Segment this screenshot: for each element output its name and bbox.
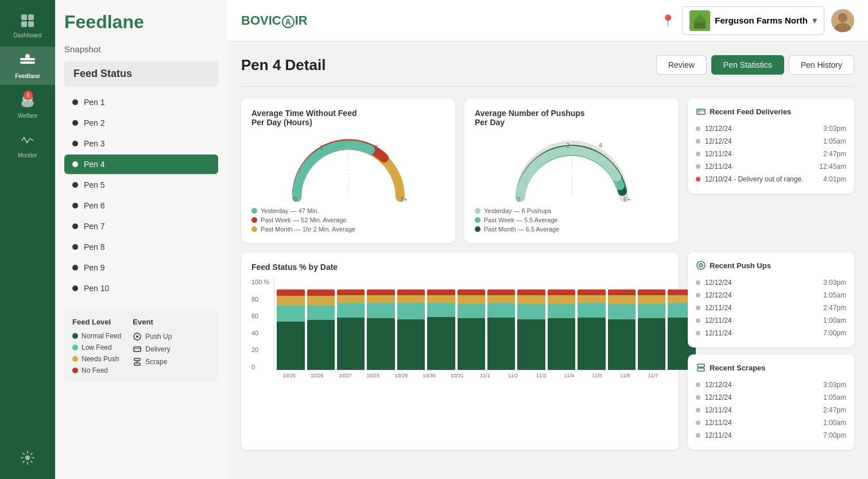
svg-text:0: 0 bbox=[293, 196, 297, 203]
sidebar-item-settings[interactable] bbox=[0, 445, 55, 472]
svg-rect-2 bbox=[21, 21, 27, 27]
farm-selector[interactable]: Ferguson Farms North ▾ bbox=[682, 6, 824, 35]
pen-history-button[interactable]: Pen History bbox=[789, 55, 854, 75]
pen-item-pen7[interactable]: Pen 7 bbox=[64, 217, 218, 236]
svg-rect-23 bbox=[694, 21, 706, 29]
pen-item-pen8[interactable]: Pen 8 bbox=[64, 237, 218, 257]
bar-item bbox=[608, 289, 636, 370]
top-nav: BOVICAIR 📍 Ferguson Farms North ▾ bbox=[227, 0, 868, 41]
legend-needs-push: Needs Push bbox=[72, 355, 121, 363]
sidebar: Dashboard Feedlane 5 Welfare bbox=[0, 0, 55, 479]
event-item: 12/12/24 1:05am bbox=[696, 391, 846, 404]
pen-item-pen2[interactable]: Pen 2 bbox=[64, 113, 218, 133]
x-label: 11/4 bbox=[556, 373, 582, 378]
bar-item bbox=[367, 289, 394, 370]
sidebar-item-dashboard[interactable]: Dashboard bbox=[0, 7, 55, 44]
bar-item bbox=[517, 289, 545, 370]
pen-item-pen4[interactable]: Pen 4 bbox=[64, 154, 218, 174]
recent-feed-deliveries-card: Recent Feed Deliveries 12/12/24 3:03pm 1… bbox=[688, 98, 854, 194]
welfare-badge: 5 bbox=[24, 91, 33, 100]
feed-status-header: Feed Status bbox=[64, 61, 218, 87]
svg-line-13 bbox=[30, 138, 33, 141]
pen-item-pen6[interactable]: Pen 6 bbox=[64, 196, 218, 215]
feed-level-title: Feed Level bbox=[72, 318, 121, 326]
legend-push-up: Push Up bbox=[133, 332, 172, 341]
gauge2-legend: Yesterday — 6 Pushups Past Week — 5.5 Av… bbox=[475, 207, 668, 233]
gauge1-title: Average Time Without FeedPer Day (Hours) bbox=[251, 109, 445, 127]
svg-rect-5 bbox=[20, 61, 35, 64]
svg-rect-17 bbox=[134, 347, 141, 351]
chevron-down-icon: ▾ bbox=[812, 16, 817, 26]
feedlane-icon bbox=[19, 52, 36, 69]
x-label: 10/25 bbox=[361, 373, 386, 378]
gauge-card-1: Average Time Without FeedPer Day (Hours) bbox=[241, 98, 455, 243]
pen-item-pen3[interactable]: Pen 3 bbox=[64, 134, 218, 153]
location-icon: 📍 bbox=[661, 14, 675, 28]
pen-statistics-button[interactable]: Pen Statistics bbox=[711, 55, 784, 75]
pen-item-pen1[interactable]: Pen 1 bbox=[64, 92, 218, 112]
right-bottom-panels: Recent Push Ups 12/12/24 3:03pm 12/12/24… bbox=[688, 252, 854, 450]
svg-point-44 bbox=[700, 265, 702, 266]
svg-rect-46 bbox=[698, 368, 704, 371]
event-item: 12/12/24 3:03pm bbox=[696, 122, 846, 135]
bar-item bbox=[548, 289, 575, 370]
feed-deliveries-title: Recent Feed Deliveries bbox=[696, 106, 846, 117]
svg-text:6+: 6+ bbox=[623, 196, 631, 203]
event-item: 12/11/24 2:47pm bbox=[696, 148, 846, 160]
event-item: 12/11/24 7:00pm bbox=[696, 327, 846, 339]
feedlane-title: Feedlane bbox=[64, 11, 218, 33]
sidebar-item-feedlane[interactable]: Feedlane bbox=[0, 47, 55, 85]
bar-item bbox=[427, 289, 455, 370]
review-button[interactable]: Review bbox=[656, 55, 707, 75]
user-avatar[interactable] bbox=[831, 9, 854, 32]
bar-chart-card: Feed Status % by Date 100 % 80 60 40 20 … bbox=[241, 252, 679, 450]
x-label: 11/2 bbox=[500, 373, 526, 378]
x-label: 11/6 bbox=[612, 373, 638, 378]
event-item: 12/12/24 3:03pm bbox=[696, 276, 846, 289]
legend-scrape: Scrape bbox=[133, 357, 172, 366]
legend-low-feed: Low Feed bbox=[72, 343, 121, 351]
x-label: 10/26 bbox=[304, 373, 330, 378]
sidebar-item-welfare[interactable]: 5 Welfare bbox=[0, 87, 55, 125]
page-divider bbox=[241, 86, 854, 87]
event-item: 12/11/24 2:47pm bbox=[696, 302, 846, 314]
gauge1-svg: 0 1 2 3+ bbox=[285, 134, 412, 203]
event-item: 12/11/24 12:45am bbox=[696, 160, 846, 173]
pushups-icon bbox=[696, 260, 706, 271]
event-item: 12/10/24 - Delivery out of range. 4:01pm bbox=[696, 173, 846, 186]
monitor-icon bbox=[20, 133, 36, 149]
pushups-title: Recent Push Ups bbox=[696, 260, 846, 271]
pen-item-pen5[interactable]: Pen 5 bbox=[64, 175, 218, 195]
event-item: 12/12/24 1:05am bbox=[696, 135, 846, 148]
pen-item-pen9[interactable]: Pen 9 bbox=[64, 258, 218, 277]
recent-scrapes-card: Recent Scrapes 12/12/24 3:03pm 12/12/24 … bbox=[688, 354, 854, 450]
svg-rect-45 bbox=[698, 364, 704, 367]
svg-point-16 bbox=[136, 335, 138, 338]
feed-deliveries-list: 12/12/24 3:03pm 12/12/24 1:05am 12/11/24… bbox=[696, 122, 846, 186]
feed-deliveries-icon bbox=[696, 106, 706, 117]
bar-item bbox=[277, 289, 304, 370]
bar-item bbox=[337, 289, 365, 370]
svg-text:2: 2 bbox=[374, 144, 378, 151]
page-actions: Review Pen Statistics Pen History bbox=[656, 55, 854, 75]
svg-point-26 bbox=[838, 13, 847, 22]
x-label: 10/30 bbox=[416, 373, 442, 378]
bar-item bbox=[487, 289, 515, 370]
pen-item-pen10[interactable]: Pen 10 bbox=[64, 279, 218, 298]
bar-chart-title: Feed Status % by Date bbox=[251, 262, 668, 272]
scrapes-title: Recent Scrapes bbox=[696, 362, 846, 373]
svg-line-11 bbox=[24, 137, 27, 143]
bar-item bbox=[458, 289, 485, 370]
event-item: 12/11/24 1:00am bbox=[696, 416, 846, 429]
svg-point-6 bbox=[25, 54, 30, 59]
sidebar-item-monitor[interactable]: Monitor bbox=[0, 127, 55, 164]
page-header: Pen 4 Detail Review Pen Statistics Pen H… bbox=[241, 55, 854, 75]
settings-icon bbox=[20, 450, 35, 465]
legend-delivery: Delivery bbox=[133, 345, 172, 354]
x-label: 10/27 bbox=[332, 373, 358, 378]
svg-text:4: 4 bbox=[599, 142, 602, 149]
svg-rect-39 bbox=[697, 109, 705, 114]
page-content: Pen 4 Detail Review Pen Statistics Pen H… bbox=[227, 41, 868, 479]
recent-pushups-card: Recent Push Ups 12/12/24 3:03pm 12/12/24… bbox=[688, 252, 854, 347]
y-axis: 100 % 80 60 40 20 0 bbox=[251, 279, 269, 382]
